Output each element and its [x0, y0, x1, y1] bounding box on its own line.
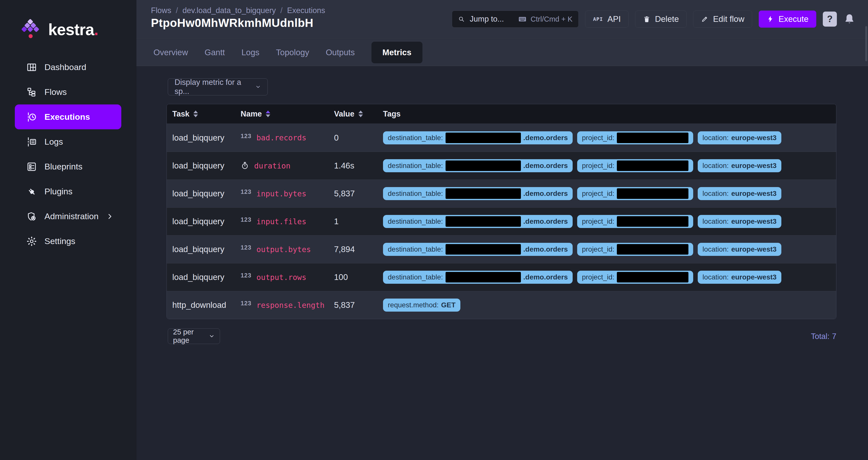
numeric-type-icon: 123 [241, 216, 251, 223]
kestra-app: kestra. DashboardFlowsExecutionsLogsBlue… [0, 0, 868, 460]
tag-label: request.method: [388, 301, 438, 309]
table-row[interactable]: load_biqqueryduration1.46sdestination_ta… [167, 152, 836, 179]
table-row[interactable]: load_biqquery123output.rows100destinatio… [167, 263, 836, 291]
task-cell: load_biqquery [167, 244, 241, 254]
sidebar-item-settings[interactable]: Settings [15, 229, 121, 254]
value-cell: 5,837 [334, 189, 383, 198]
tab-gantt[interactable]: Gantt [205, 48, 225, 57]
tag-pill: project_id: [577, 243, 693, 256]
task-cell: load_biqquery [167, 217, 241, 226]
table-row[interactable]: load_biqquery123output.bytes7,894destina… [167, 235, 836, 263]
breadcrumb-item[interactable]: dev.load_data_to_bigquery [183, 6, 276, 15]
breadcrumb-item[interactable]: Executions [287, 6, 325, 15]
column-label: Name [241, 109, 262, 119]
sidebar-item-administration[interactable]: Administration [15, 204, 121, 229]
administration-icon [26, 211, 37, 222]
tags-cell: destination_table:.demo.ordersproject_id… [383, 243, 836, 256]
column-header-name[interactable]: Name [241, 109, 334, 119]
metrics-table: TaskNameValueTags load_biqquery123bad.re… [166, 104, 836, 319]
sidebar-item-executions[interactable]: Executions [15, 104, 121, 129]
table-row[interactable]: http_download123response.length5,837requ… [167, 291, 836, 319]
redacted-value [445, 133, 521, 143]
breadcrumb-separator: / [280, 6, 283, 15]
tags-cell: destination_table:.demo.ordersproject_id… [383, 271, 836, 284]
value-cell: 1 [334, 217, 383, 226]
tag-label: location: [703, 245, 728, 253]
tag-label: destination_table: [388, 162, 443, 170]
tags-cell: request.method:GET [383, 299, 836, 311]
tag-pill: location:europe-west3 [698, 131, 781, 144]
value-cell: 7,894 [334, 244, 383, 254]
redacted-value [617, 133, 688, 143]
column-header-task[interactable]: Task [167, 109, 241, 119]
sidebar-item-label: Executions [44, 112, 90, 122]
tag-pill: destination_table:.demo.orders [383, 243, 572, 256]
sort-arrows-icon [266, 110, 270, 117]
tag-label: project_id: [582, 245, 614, 253]
redacted-value [617, 188, 688, 199]
sidebar-item-dashboard[interactable]: Dashboard [15, 55, 121, 79]
tag-value: europe-west3 [731, 218, 777, 226]
name-cell: 123bad.records [241, 133, 334, 142]
delete-button[interactable]: Delete [635, 10, 687, 28]
tag-label: project_id: [582, 134, 614, 142]
scrollbar-thumb[interactable] [865, 26, 867, 61]
task-cell: load_biqquery [167, 133, 241, 143]
column-header-value[interactable]: Value [334, 109, 383, 119]
sidebar-item-label: Dashboard [44, 62, 86, 72]
name-cell: 123response.length [241, 301, 334, 309]
tab-overview[interactable]: Overview [153, 48, 188, 57]
table-row[interactable]: load_biqquery123input.bytes5,837destinat… [167, 179, 836, 207]
kestra-logo-icon [21, 20, 41, 41]
chevron-down-icon [255, 84, 261, 90]
blueprints-icon [26, 161, 37, 172]
total-count: Total:7 [166, 332, 836, 341]
tab-metrics[interactable]: Metrics [371, 42, 423, 63]
sidebar-item-label: Logs [44, 137, 63, 146]
task-cell: load_biqquery [167, 272, 241, 282]
timer-icon [241, 161, 249, 170]
keyboard-icon [518, 15, 527, 23]
task-cell: load_biqquery [167, 161, 241, 170]
redacted-value [445, 216, 521, 227]
metric-filter-select[interactable]: Display metric for a sp... [168, 78, 268, 95]
tag-value: GET [441, 301, 456, 309]
breadcrumb-item[interactable]: Flows [151, 6, 171, 15]
edit-flow-button[interactable]: Edit flow [693, 10, 752, 28]
tag-pill: location:europe-west3 [698, 187, 781, 200]
app-logo[interactable]: kestra. [21, 20, 98, 41]
execute-button[interactable]: Execute [759, 10, 816, 28]
tags-cell: destination_table:.demo.ordersproject_id… [383, 131, 836, 144]
help-button[interactable]: ? [823, 11, 837, 27]
sidebar-item-flows[interactable]: Flows [15, 79, 121, 104]
tag-value: .demo.orders [523, 218, 568, 226]
sidebar-item-label: Flows [44, 87, 67, 97]
api-button[interactable]: API API [585, 10, 628, 28]
sidebar-item-plugins[interactable]: Plugins [15, 179, 121, 204]
sidebar-item-logs[interactable]: Logs [15, 129, 121, 154]
header-actions: Jump to... Ctrl/Cmd + K API API Delete E… [452, 10, 856, 28]
table-header-row: TaskNameValueTags [167, 104, 836, 124]
tab-logs[interactable]: Logs [241, 48, 259, 57]
name-cell: 123output.bytes [241, 245, 334, 254]
tag-label: destination_table: [388, 190, 443, 198]
table-row[interactable]: load_biqquery123input.files1destination_… [167, 207, 836, 235]
logs-icon [26, 137, 37, 147]
tag-pill: destination_table:.demo.orders [383, 271, 572, 284]
tag-pill: project_id: [577, 271, 693, 284]
notifications-bell-icon[interactable] [843, 13, 856, 25]
column-label: Task [172, 109, 189, 119]
executions-icon [26, 112, 37, 122]
tab-topology[interactable]: Topology [276, 48, 309, 57]
sidebar-item-blueprints[interactable]: Blueprints [15, 154, 121, 179]
tag-label: location: [703, 218, 728, 226]
search-icon [458, 16, 465, 22]
table-row[interactable]: load_biqquery123bad.records0destination_… [167, 124, 836, 152]
breadcrumb: Flows/dev.load_data_to_bigquery/Executio… [151, 6, 325, 15]
tag-pill: destination_table:.demo.orders [383, 131, 572, 144]
jump-to-search[interactable]: Jump to... Ctrl/Cmd + K [452, 10, 579, 28]
tab-outputs[interactable]: Outputs [326, 48, 355, 57]
tag-pill: project_id: [577, 159, 693, 172]
column-header-tags: Tags [383, 109, 836, 119]
tag-pill: destination_table:.demo.orders [383, 215, 572, 228]
